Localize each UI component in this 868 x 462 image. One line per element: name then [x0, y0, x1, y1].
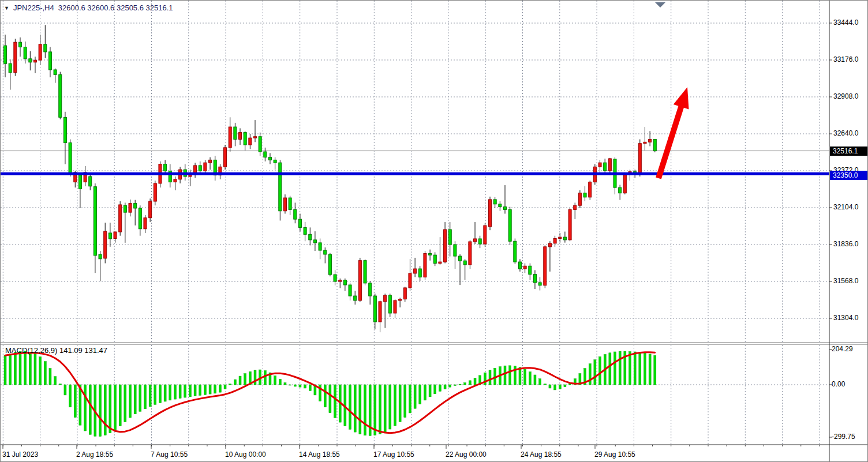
candle-body	[499, 204, 502, 207]
candle-body	[229, 127, 231, 148]
macd-histogram-bar	[89, 385, 91, 434]
macd-histogram-bar	[474, 378, 476, 385]
macd-histogram-bar	[629, 351, 631, 385]
candle-body	[523, 266, 526, 269]
candle-body	[578, 193, 581, 205]
macd-histogram-bar	[214, 385, 216, 393]
candle-body	[418, 269, 421, 277]
candle-body	[144, 218, 147, 229]
candle-body	[489, 200, 492, 227]
candle-body	[209, 160, 212, 163]
candle-body	[334, 275, 336, 281]
candle-body	[234, 127, 237, 139]
macd-histogram-bar	[254, 370, 256, 385]
macd-histogram-bar	[34, 354, 36, 385]
candle-body	[33, 60, 36, 62]
candle-body	[608, 159, 611, 171]
macd-values: 141.09 131.47	[59, 346, 107, 355]
macd-histogram-bar	[394, 385, 396, 426]
candle-body	[14, 42, 17, 73]
macd-histogram-bar	[354, 385, 356, 432]
macd-histogram-bar	[139, 385, 141, 411]
candle-body	[343, 280, 346, 285]
macd-histogram-bar	[519, 367, 521, 385]
candle-body	[149, 201, 152, 218]
chart-canvas[interactable]	[1, 1, 868, 462]
time-axis-label: 17 Aug 10:55	[373, 450, 414, 459]
candle-body	[544, 247, 547, 286]
candle-body	[289, 198, 291, 209]
macd-histogram-bar	[619, 351, 621, 385]
candle-body	[309, 234, 312, 240]
time-axis-label: 14 Aug 18:55	[299, 450, 340, 459]
candle-body	[324, 250, 327, 254]
candle-body	[264, 152, 267, 157]
candle-body	[114, 232, 117, 238]
candle-body	[204, 163, 207, 171]
macd-histogram-bar	[609, 353, 611, 385]
candle-body	[553, 238, 556, 243]
candle-body	[259, 137, 261, 152]
macd-histogram-bar	[209, 385, 211, 394]
macd-histogram-bar	[544, 384, 546, 385]
candle-body	[463, 261, 466, 265]
candle-body	[514, 241, 517, 262]
price-axis-label: 31304.0	[833, 314, 858, 322]
candle-body	[394, 301, 396, 313]
macd-histogram-bar	[264, 371, 266, 385]
macd-histogram-bar	[4, 355, 6, 385]
candle-body	[649, 140, 652, 142]
candle-body	[93, 187, 96, 256]
candle-body	[313, 240, 316, 243]
candle-body	[439, 262, 442, 263]
macd-histogram-bar	[64, 385, 66, 395]
candle-body	[369, 283, 372, 296]
macd-histogram-bar	[614, 352, 616, 385]
macd-histogram-bar	[449, 385, 451, 387]
candle-body	[274, 160, 276, 163]
macd-histogram-bar	[374, 385, 376, 435]
macd-histogram-bar	[219, 385, 221, 392]
candle-body	[454, 245, 457, 256]
candle-body	[268, 157, 271, 160]
macd-histogram-bar	[239, 376, 241, 385]
candle-body	[18, 42, 21, 47]
chart-title-bar: ▼ JPN225-,H4 32600.6 32600.6 32505.6 325…	[4, 3, 173, 12]
candle-body	[538, 283, 541, 286]
macd-histogram-bar	[364, 385, 366, 435]
macd-histogram-bar	[379, 385, 381, 434]
macd-histogram-bar	[439, 385, 441, 391]
candle-body	[29, 59, 32, 62]
candle-body	[39, 44, 42, 60]
candle-body	[619, 187, 622, 193]
symbol-dropdown-icon[interactable]: ▼	[4, 5, 9, 11]
candle-body	[134, 204, 137, 208]
chart-shift-marker-icon[interactable]	[655, 2, 665, 7]
price-axis-label: 33444.0	[833, 18, 858, 27]
macd-histogram-bar	[39, 357, 42, 385]
macd-histogram-bar	[434, 385, 436, 394]
price-axis-label: 31836.0	[833, 240, 858, 248]
macd-histogram-bar	[224, 385, 226, 389]
candle-body	[124, 205, 126, 212]
candle-body	[224, 148, 227, 167]
time-axis-label: 7 Aug 10:55	[151, 450, 188, 459]
candle-body	[478, 239, 481, 244]
candle-body	[283, 198, 286, 211]
macd-histogram-bar	[324, 385, 326, 407]
candle-body	[373, 296, 376, 322]
price-axis-label: 33176.0	[833, 55, 858, 63]
macd-histogram-bar	[174, 385, 176, 399]
macd-histogram-bar	[149, 385, 151, 407]
macd-histogram-bar	[199, 385, 201, 396]
candle-body	[349, 285, 351, 296]
trend-arrow-icon[interactable]	[656, 87, 689, 179]
macd-histogram-bar	[119, 385, 121, 426]
time-axis-label: 24 Aug 18:55	[521, 450, 562, 459]
candle-body	[459, 256, 462, 261]
candle-body	[164, 164, 167, 171]
candle-body	[108, 233, 111, 239]
macd-histogram-bar	[129, 385, 132, 418]
macd-histogram-bar	[109, 385, 111, 433]
macd-histogram-bar	[69, 385, 72, 407]
